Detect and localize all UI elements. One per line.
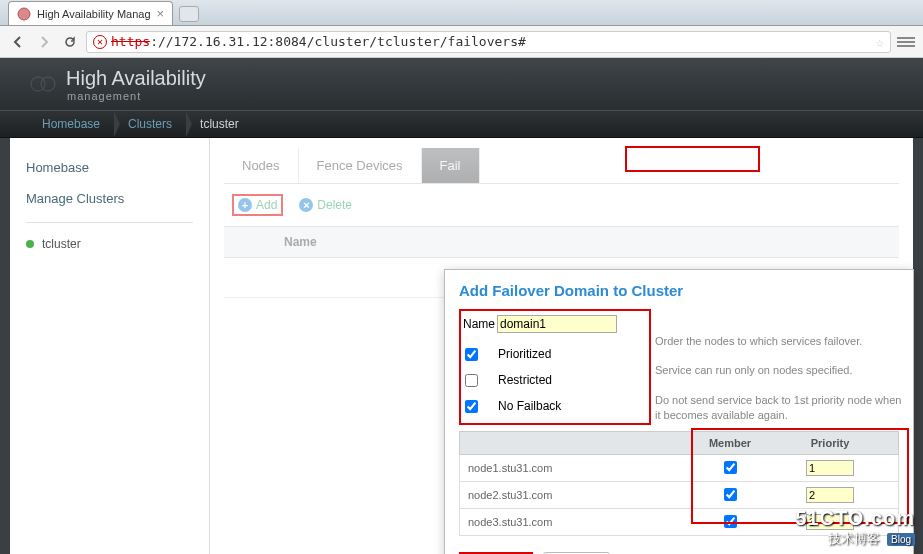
- node-name: node2.stu31.com: [460, 484, 680, 506]
- breadcrumb-item[interactable]: Homebase: [28, 117, 114, 131]
- status-dot-icon: [26, 240, 34, 248]
- url-scheme: https: [111, 34, 150, 49]
- option-description: Order the nodes to which services failov…: [655, 334, 905, 349]
- sidebar-cluster-item[interactable]: tcluster: [26, 231, 193, 257]
- plus-icon: +: [238, 198, 252, 212]
- svg-point-2: [41, 77, 55, 91]
- browser-tab-strip: High Availability Manag ×: [0, 0, 923, 26]
- x-icon: ×: [299, 198, 313, 212]
- address-bar[interactable]: ✕ https ://172.16.31.12:8084/cluster/tcl…: [86, 31, 891, 53]
- app-frame: High Availability management Homebase Cl…: [0, 58, 923, 554]
- option-label: No Failback: [498, 399, 561, 413]
- forward-button[interactable]: [34, 32, 54, 52]
- table-row: node1.stu31.com: [459, 455, 899, 482]
- action-bar: + Add × Delete: [224, 184, 899, 227]
- browser-menu-button[interactable]: [897, 37, 915, 47]
- favicon-icon: [17, 7, 31, 21]
- col-priority: Priority: [780, 432, 880, 454]
- delete-button[interactable]: × Delete: [299, 194, 352, 216]
- new-tab-button[interactable]: [179, 6, 199, 22]
- tab-title: High Availability Manag: [37, 8, 151, 20]
- browser-toolbar: ✕ https ://172.16.31.12:8084/cluster/tcl…: [0, 26, 923, 58]
- member-checkbox[interactable]: [724, 488, 737, 501]
- back-button[interactable]: [8, 32, 28, 52]
- option-checkbox[interactable]: [465, 374, 478, 387]
- priority-input[interactable]: [806, 460, 854, 476]
- tab-failovers[interactable]: Fail: [422, 148, 480, 183]
- app-title: High Availability: [66, 67, 206, 89]
- sidebar-link-manage[interactable]: Manage Clusters: [26, 183, 193, 214]
- member-checkbox[interactable]: [724, 461, 737, 474]
- app-subtitle: management: [67, 90, 206, 102]
- add-button[interactable]: + Add: [238, 198, 277, 212]
- option-label: Restricted: [498, 373, 552, 387]
- browser-tab[interactable]: High Availability Manag ×: [8, 1, 173, 25]
- col-member: Member: [680, 432, 780, 454]
- dialog-title: Add Failover Domain to Cluster: [459, 282, 899, 299]
- close-icon[interactable]: ×: [157, 6, 165, 21]
- name-input[interactable]: [497, 315, 617, 333]
- app-header: High Availability management: [0, 58, 923, 110]
- breadcrumb-item: tcluster: [186, 117, 253, 131]
- https-warning-icon: ✕: [93, 35, 107, 49]
- watermark: 51CTO.com 技术博客 Blog: [795, 507, 915, 548]
- member-checkbox[interactable]: [724, 515, 737, 528]
- name-label: Name: [463, 317, 495, 331]
- option-label: Prioritized: [498, 347, 551, 361]
- divider: [26, 222, 193, 223]
- sidebar-link-homebase[interactable]: Homebase: [26, 152, 193, 183]
- url-path: ://172.16.31.12:8084/cluster/tcluster/fa…: [150, 34, 526, 49]
- tab-fence[interactable]: Fence Devices: [299, 148, 422, 183]
- option-checkbox[interactable]: [465, 400, 478, 413]
- table-row: node2.stu31.com: [459, 482, 899, 509]
- option-description: Service can run only on nodes specified.: [655, 363, 905, 378]
- option-description: Do not send service back to 1st priority…: [655, 393, 905, 424]
- reload-button[interactable]: [60, 32, 80, 52]
- highlight: [625, 146, 760, 172]
- sidebar: Homebase Manage Clusters tcluster: [10, 138, 210, 554]
- tab-bar: Nodes Fence Devices Fail: [224, 148, 899, 184]
- svg-point-0: [18, 8, 30, 20]
- logo-icon: [30, 71, 56, 97]
- sidebar-cluster-label: tcluster: [42, 237, 81, 251]
- breadcrumb: Homebase Clusters tcluster: [0, 110, 923, 138]
- breadcrumb-item[interactable]: Clusters: [114, 117, 186, 131]
- priority-input[interactable]: [806, 487, 854, 503]
- tab-nodes[interactable]: Nodes: [224, 148, 299, 183]
- option-checkbox[interactable]: [465, 348, 478, 361]
- bookmark-icon[interactable]: ☆: [876, 34, 884, 50]
- node-name: node1.stu31.com: [460, 457, 680, 479]
- grid-header-name: Name: [224, 227, 899, 258]
- node-name: node3.stu31.com: [460, 511, 680, 533]
